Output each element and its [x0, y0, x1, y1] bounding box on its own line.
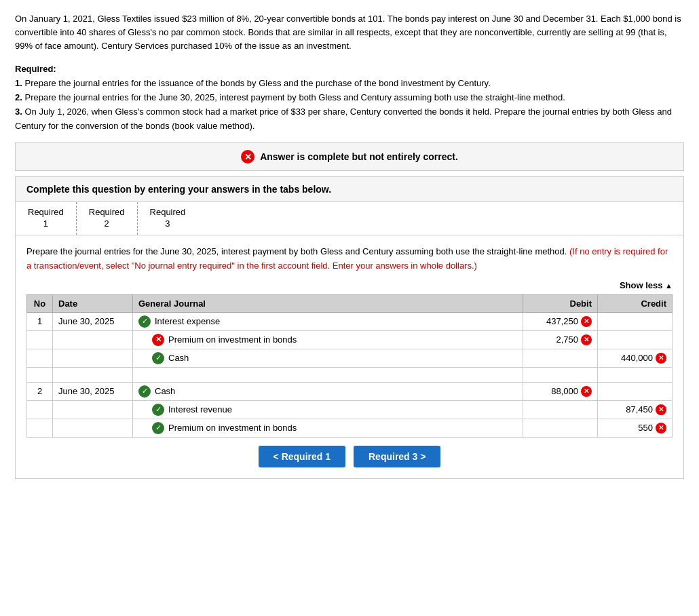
cell-date: June 30, 2025 [53, 312, 133, 330]
cell-journal: ✓ Interest expense [133, 312, 523, 330]
cell-date [53, 349, 133, 367]
cell-journal: ✓ Cash [133, 382, 523, 400]
journal-table: No Date General Journal Debit Credit 1 J… [26, 294, 673, 438]
red-x-icon: ✕ [656, 353, 666, 364]
tab-required-3[interactable]: Required 3 [138, 202, 198, 235]
th-date: Date [53, 294, 133, 312]
cell-no [27, 419, 53, 437]
tab-required-2[interactable]: Required 2 [77, 202, 138, 235]
cell-credit [598, 312, 673, 330]
table-row: ✓ Cash 440,000 ✕ [27, 349, 673, 367]
cell-journal: ✕ Premium on investment in bonds [133, 330, 523, 349]
red-x-icon: ✕ [656, 404, 666, 415]
required-section: Required: 1. Prepare the journal entries… [15, 62, 684, 133]
show-less-button[interactable]: Show less ▲ [26, 280, 673, 290]
complete-question-label: Complete this question by entering your … [15, 176, 684, 201]
buttons-row: < Required 1 Required 3 > [26, 446, 673, 467]
cell-credit [598, 382, 673, 400]
table-row: 2 June 30, 2025 ✓ Cash 88,000 ✕ [27, 382, 673, 400]
cell-no: 1 [27, 312, 53, 330]
green-check-icon: ✓ [152, 352, 164, 364]
red-x-icon: ✕ [656, 423, 666, 434]
red-x-icon: ✕ [581, 386, 592, 397]
th-general-journal: General Journal [133, 294, 523, 312]
cell-debit [523, 400, 598, 419]
th-no: No [27, 294, 53, 312]
cell-date [53, 330, 133, 349]
cell-date [53, 400, 133, 419]
red-x-icon: ✕ [581, 316, 592, 327]
content-area: Prepare the journal entries for the June… [15, 235, 684, 479]
tab-required-1[interactable]: Required 1 [16, 202, 77, 235]
red-x-icon: ✕ [152, 334, 164, 346]
prev-button[interactable]: < Required 1 [259, 446, 345, 467]
th-debit: Debit [523, 294, 598, 312]
cell-credit: 550 ✕ [598, 419, 673, 437]
table-row: ✓ Premium on investment in bonds 550 ✕ [27, 419, 673, 437]
intro-paragraph: On January 1, 2021, Gless Textiles issue… [15, 12, 684, 53]
cell-no [27, 400, 53, 419]
cell-debit: 437,250 ✕ [523, 312, 598, 330]
cell-journal: ✓ Premium on investment in bonds [133, 419, 523, 437]
cell-date: June 30, 2025 [53, 382, 133, 400]
th-credit: Credit [598, 294, 673, 312]
cell-no [27, 330, 53, 349]
banner-x-icon: ✕ [241, 150, 254, 163]
banner-text: Answer is complete but not entirely corr… [260, 151, 458, 162]
green-check-icon: ✓ [138, 315, 151, 328]
instruction-main: Prepare the journal entries for the June… [26, 246, 567, 256]
cell-debit [523, 349, 598, 367]
cell-debit: 88,000 ✕ [523, 382, 598, 400]
cell-debit: 2,750 ✕ [523, 330, 598, 349]
cell-journal: ✓ Cash [133, 349, 523, 367]
green-check-icon: ✓ [152, 404, 164, 416]
table-row: ✓ Interest revenue 87,450 ✕ [27, 400, 673, 419]
cell-no [27, 349, 53, 367]
table-row: 1 June 30, 2025 ✓ Interest expense 437,2… [27, 312, 673, 330]
green-check-icon: ✓ [152, 422, 164, 434]
answer-banner: ✕ Answer is complete but not entirely co… [15, 142, 684, 171]
red-x-icon: ✕ [581, 334, 592, 345]
table-row-empty [27, 367, 673, 382]
table-row: ✕ Premium on investment in bonds 2,750 ✕ [27, 330, 673, 349]
cell-date [53, 419, 133, 437]
instruction-text: Prepare the journal entries for the June… [26, 245, 673, 273]
cell-credit [598, 330, 673, 349]
tabs-container: Required 1 Required 2 Required 3 [15, 201, 684, 235]
cell-no: 2 [27, 382, 53, 400]
cell-credit: 87,450 ✕ [598, 400, 673, 419]
arrow-up-icon: ▲ [665, 282, 673, 290]
cell-debit [523, 419, 598, 437]
cell-credit: 440,000 ✕ [598, 349, 673, 367]
green-check-icon: ✓ [138, 385, 151, 398]
cell-journal: ✓ Interest revenue [133, 400, 523, 419]
next-button[interactable]: Required 3 > [354, 446, 440, 467]
